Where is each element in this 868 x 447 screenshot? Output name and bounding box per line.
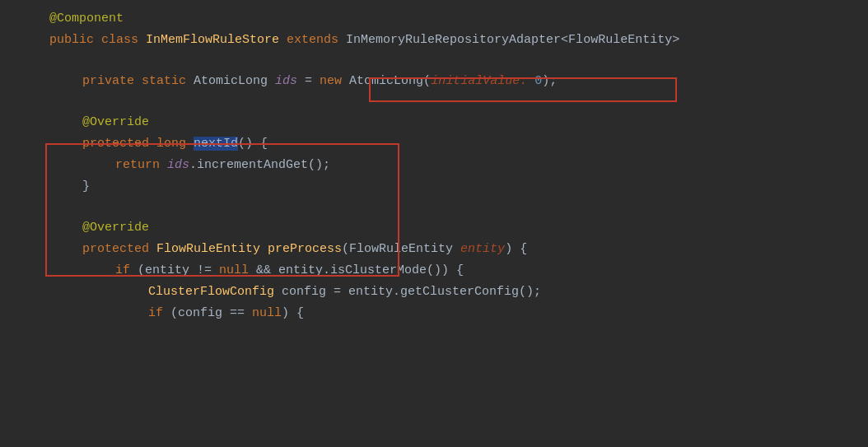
code-line: public class InMemFlowRuleStore extends … (0, 30, 868, 51)
punctuation: ) { (282, 306, 304, 320)
punctuation: = (297, 74, 320, 88)
code-line: if (config == null) { (0, 303, 868, 324)
annotation: @Override (82, 221, 149, 235)
type: FlowRuleEntity (349, 242, 460, 256)
punctuation: .incrementAndGet(); (189, 158, 330, 172)
code-line: @Component (0, 8, 868, 30)
punctuation: () { (238, 137, 268, 151)
punctuation: (entity != (138, 263, 219, 277)
line-content: private static AtomicLong ids = new Atom… (33, 72, 868, 91)
code-line: private static AtomicLong ids = new Atom… (0, 71, 868, 92)
class-identifier: ClusterFlowConfig (148, 285, 282, 299)
code-line: return ids.incrementAndGet(); (0, 155, 868, 176)
method-identifier: preProcess (268, 242, 342, 256)
keyword: static (142, 74, 194, 88)
keyword: class (101, 33, 146, 47)
code-line: @Override (0, 112, 868, 133)
punctuation: && entity.isClusterMode()) { (249, 263, 464, 277)
keyword: return (115, 158, 167, 172)
line-content: protected long nextId() { (33, 134, 868, 154)
line-content: if (entity != null && entity.isClusterMo… (33, 261, 868, 281)
keyword: protected (82, 137, 156, 151)
line-content: ClusterFlowConfig config = entity.getClu… (33, 282, 868, 302)
line-content (33, 93, 868, 113)
type: AtomicLong( (349, 74, 431, 88)
code-line: if (entity != null && entity.isClusterMo… (0, 260, 868, 282)
line-content: if (config == null) { (33, 304, 868, 324)
parameter: entity (460, 242, 505, 256)
keyword: private (82, 74, 142, 88)
line-content: } (33, 177, 868, 197)
line-content: @Override (33, 218, 868, 238)
keyword: null (252, 306, 282, 320)
keyword: public (49, 33, 101, 47)
annotation: @Component (49, 12, 124, 26)
line-content: @Override (33, 113, 868, 133)
line-content: @Component (33, 9, 868, 29)
type: InMemoryRuleRepositoryAdapter<FlowRuleEn… (346, 33, 679, 47)
keyword: new (320, 74, 349, 88)
parameter: initialValue: (431, 74, 527, 88)
line-content (33, 52, 868, 72)
keyword: if (115, 263, 138, 277)
line-content: protected FlowRuleEntity preProcess(Flow… (33, 240, 868, 259)
code-line-empty (0, 198, 868, 217)
keyword: protected (82, 242, 156, 256)
code-editor: @Component public class InMemFlowRuleSto… (0, 0, 868, 447)
code-line: 💡 protected long nextId() { (0, 133, 868, 155)
code-line-empty (0, 92, 868, 112)
punctuation: ); (542, 74, 557, 88)
keyword: null (219, 263, 249, 277)
keyword: long (156, 137, 194, 151)
variable: ids (275, 74, 297, 88)
punctuation: ) { (505, 242, 527, 256)
highlighted-word: nextId (194, 137, 238, 151)
annotation: @Override (82, 115, 149, 129)
code-line: ClusterFlowConfig config = entity.getClu… (0, 282, 868, 303)
code-line: } (0, 176, 868, 198)
keyword: if (148, 306, 170, 320)
punctuation: ( (342, 242, 349, 256)
line-content: public class InMemFlowRuleStore extends … (33, 30, 868, 50)
punctuation: config = entity.getClusterConfig(); (282, 285, 541, 299)
line-content: return ids.incrementAndGet(); (33, 156, 868, 175)
code-line-empty (0, 51, 868, 71)
punctuation: (config == (170, 306, 252, 320)
code-line: @Override (0, 217, 868, 239)
class-identifier: InMemFlowRuleStore (146, 33, 287, 47)
punctuation: } (82, 179, 90, 193)
code-line: protected FlowRuleEntity preProcess(Flow… (0, 239, 868, 260)
keyword: extends (287, 33, 346, 47)
line-content (33, 198, 868, 218)
class-identifier: FlowRuleEntity (156, 242, 268, 256)
number: 0 (527, 74, 542, 88)
variable: ids (167, 158, 189, 172)
type: AtomicLong (194, 74, 275, 88)
